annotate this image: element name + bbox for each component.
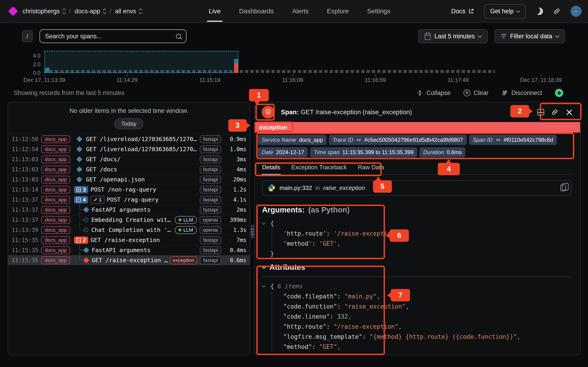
filter-local-data-button[interactable]: Filter local data (494, 29, 565, 43)
clear-label: Clear (474, 90, 489, 97)
service-tag: fastapi (200, 206, 221, 214)
tab-alerts[interactable]: Alerts (292, 1, 309, 22)
logfire-logo-icon[interactable] (8, 6, 18, 16)
code-line: { (262, 218, 571, 228)
span-time: 11:13:39 (12, 227, 41, 233)
app-tag[interactable]: docs_app (41, 206, 70, 214)
live-connection-indicator[interactable] (555, 89, 563, 97)
avatar[interactable]: - (571, 6, 582, 17)
span-row[interactable]: 11:13:03docs_appGET /openapi.jsonfastapi… (8, 174, 250, 184)
errors-bar-segment (234, 63, 238, 73)
service-tag: fastapi (200, 186, 221, 194)
env-selector[interactable]: all envs (115, 8, 142, 15)
close-icon[interactable]: × (565, 107, 573, 117)
time-window-selection[interactable] (44, 51, 238, 73)
org-selector[interactable]: christophergs (23, 8, 65, 15)
span-row[interactable]: 11:13:37docs_appFastAPI argumentsfastapi… (8, 205, 250, 215)
project-selector[interactable]: docs-app (75, 8, 106, 15)
share-link-icon[interactable] (553, 8, 561, 15)
theme-toggle-moon-icon[interactable] (535, 6, 544, 16)
span-duration: 0.9ms (225, 136, 246, 142)
tab-raw-data[interactable]: Raw Data (357, 162, 384, 174)
span-name: GET /raise-exception (90, 237, 200, 243)
span-row[interactable]: 11:15:35docs_app2GET /raise-exceptionfas… (8, 235, 250, 245)
tab-settings[interactable]: Settings (367, 1, 391, 22)
app-tag[interactable]: docs_app (41, 246, 70, 254)
app-tag[interactable]: docs_app (41, 236, 70, 244)
chart-bar (234, 59, 238, 73)
app-tag[interactable]: docs_app (41, 196, 70, 204)
copy-icon[interactable] (561, 185, 566, 191)
app-tag[interactable]: docs_app (41, 216, 70, 224)
app-tag[interactable]: docs_app (41, 226, 70, 234)
service-tag: fastapi (200, 257, 221, 264)
nav-tabs: Live Dashboards Alerts Explore Settings (208, 1, 391, 22)
span-row[interactable]: 11:13:39docs_appChat Completion with '…L… (8, 225, 250, 235)
llm-badge: LLM (175, 216, 197, 224)
tab-explore[interactable]: Explore (326, 1, 349, 22)
span-id-pill[interactable]: Span ID #f0110e542c798c6d (469, 135, 557, 145)
breadcrumb-separator: / (110, 8, 111, 15)
scrubbed-badge[interactable]: 1 (90, 196, 104, 204)
app-tag[interactable]: docs_app (41, 176, 70, 184)
tab-live[interactable]: Live (208, 1, 221, 22)
chart-plot[interactable] (44, 51, 541, 73)
span-time: 11:13:37 (12, 207, 41, 213)
service-tag: fastapi (200, 145, 221, 153)
code-line: } (262, 249, 571, 259)
chevron-down-icon[interactable] (262, 221, 266, 225)
docs-link[interactable]: Docs (451, 8, 474, 15)
span-row[interactable]: 11:13:03docs_appGET /docsfastapi4ms (8, 164, 250, 174)
today-button[interactable]: Today (114, 118, 144, 129)
search-input[interactable] (45, 33, 176, 40)
span-time: 11:13:37 (12, 197, 41, 203)
span-row[interactable]: 11:13:03docs_appGET /docs/fastapi3ms (8, 154, 250, 164)
tab-details[interactable]: Details (262, 162, 281, 174)
app-tag[interactable]: docs_app (41, 145, 70, 153)
get-help-button[interactable]: Get help (484, 4, 526, 19)
disconnect-button[interactable]: Disconnect (501, 90, 542, 97)
app-tag[interactable]: docs_app (41, 257, 70, 264)
tab-dashboards[interactable]: Dashboards (239, 1, 274, 22)
span-row[interactable]: 11:15:35docs_appGET /raise-exception …ex… (8, 255, 250, 265)
span-icon-zone: 3 (74, 186, 90, 193)
span-name: FastAPI arguments (92, 247, 200, 253)
span-row[interactable]: 11:13:37docs_appEmbedding Creation wit…L… (8, 215, 250, 225)
chevron-down-icon[interactable] (262, 284, 266, 288)
clear-button[interactable]: ✕ Clear (464, 90, 489, 97)
app-tag[interactable]: docs_app (41, 135, 70, 143)
dock-panel-icon[interactable] (537, 109, 544, 115)
collapse-button[interactable]: Collapse (416, 90, 451, 97)
code-line: 'http.route': '/raise-exception', (262, 228, 571, 239)
tab-exception-traceback[interactable]: Exception Traceback (291, 162, 347, 174)
span-duration: 1.3s (225, 227, 246, 233)
span-row[interactable]: 11:12:50docs_appGET /livereload/12703636… (8, 134, 250, 144)
span-row[interactable]: 11:13:14docs_app3POST /non-rag-queryfast… (8, 184, 250, 194)
source-in-word: in (315, 184, 320, 192)
app-tag[interactable]: docs_app (41, 156, 70, 163)
children-count-badge[interactable]: 3 (74, 186, 88, 193)
attributes-heading[interactable]: Attributes (262, 263, 571, 272)
app-tag[interactable]: docs_app (41, 186, 70, 194)
y-tick-label: 2.0 (27, 61, 40, 68)
trace-id-pill[interactable]: Trace ID #c5ec5005042796e91d5db42ca9fd98… (329, 135, 467, 145)
copy-link-icon[interactable] (551, 108, 558, 116)
breadcrumb-separator: / (69, 8, 71, 15)
span-row[interactable]: 11:13:37docs_app41POST /rag-queryfastapi… (8, 194, 250, 205)
app-tag[interactable]: docs_app (41, 166, 70, 173)
link-icon (356, 137, 362, 143)
code-line: 'method': 'GET', (262, 239, 571, 249)
span-row[interactable]: 11:12:54docs_appGET /livereload/12703636… (8, 144, 250, 154)
span-detail-panel: Span: GET /raise-exception (raise_except… (254, 102, 581, 355)
collapse-icon (416, 90, 423, 96)
exception-banner-label: exception (259, 124, 287, 131)
x-tick-label: 11:16:59 (365, 77, 386, 83)
chart-x-ticks: Dec 17, 11:13:3911:14:2911:15:1911:16:09… (44, 77, 541, 84)
date-pill: Date 2024-12-17 (258, 147, 308, 157)
x-tick-mark (375, 74, 376, 77)
span-name: GET /docs/ (86, 156, 200, 163)
span-icon-zone (74, 226, 91, 234)
time-range-button[interactable]: Last 5 minutes (418, 29, 488, 43)
span-row[interactable]: 11:15:35docs_appFastAPI argumentsfastapi… (8, 245, 250, 255)
expand-icon (76, 187, 81, 192)
